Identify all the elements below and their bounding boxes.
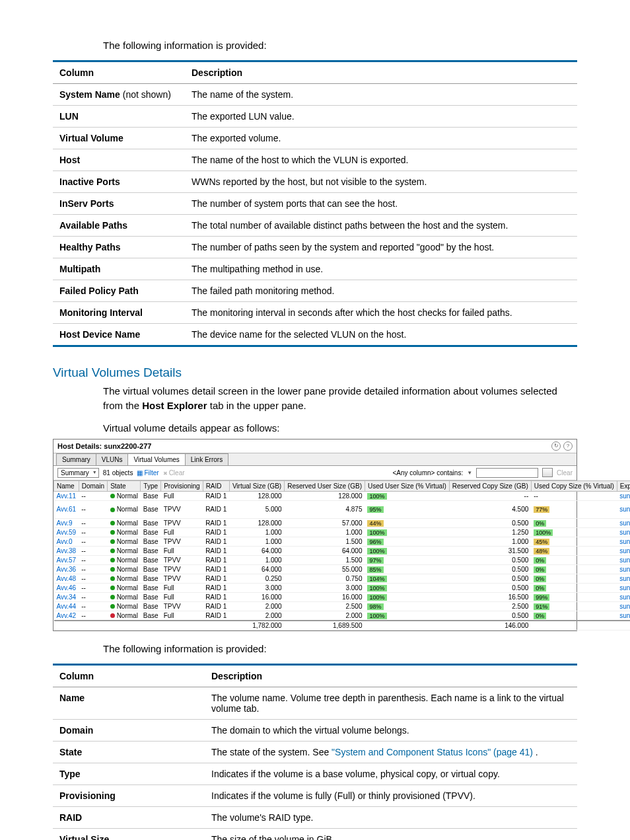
- totals-cell: [108, 621, 141, 630]
- status-dot-icon: [110, 586, 115, 590]
- exported-to-link[interactable]: sunx2200-277: [619, 506, 630, 513]
- exported-to-link[interactable]: sunx2200-277: [619, 492, 630, 500]
- grid-header[interactable]: Reserved User Size (GB): [285, 480, 365, 491]
- grid-row[interactable]: Avv.61--NormalBaseTPVVRAID 15.0004.87595…: [54, 500, 631, 518]
- volume-link[interactable]: Avv.0: [57, 538, 73, 545]
- grid-header[interactable]: Type: [141, 480, 161, 491]
- volume-link[interactable]: Avv.36: [57, 566, 77, 573]
- grid-header[interactable]: Used Copy Size (% Virtual): [531, 480, 617, 491]
- exported-to-link[interactable]: sunx2200-277: [619, 556, 630, 564]
- exported-to-link[interactable]: sunx2200-277: [619, 519, 630, 527]
- totals-cell: [161, 621, 203, 630]
- exported-to-link[interactable]: sunx2200-277: [619, 547, 630, 554]
- column-description: Indicates if the volume is a base volume…: [205, 763, 577, 784]
- column-description: WWNs reported by the host, but not visib…: [185, 171, 577, 193]
- tab-vluns[interactable]: VLUNs: [96, 453, 129, 465]
- totals-cell: [365, 621, 449, 630]
- volume-link[interactable]: Avv.11: [57, 492, 77, 500]
- grid-header[interactable]: Provisioning: [161, 480, 203, 491]
- volume-link[interactable]: Avv.34: [57, 593, 77, 601]
- clear-filter-button[interactable]: Clear: [163, 469, 185, 477]
- volume-link[interactable]: Avv.57: [57, 556, 77, 564]
- grid-header[interactable]: RAID: [203, 480, 229, 491]
- grid-row[interactable]: Avv.34--NormalBaseFullRAID 116.00016.000…: [54, 592, 631, 601]
- grid-row[interactable]: Avv.42--NormalBaseFullRAID 12.0002.00010…: [54, 611, 631, 621]
- grid-row[interactable]: Avv.46--NormalBaseFullRAID 13.0003.00010…: [54, 583, 631, 592]
- volume-link[interactable]: Avv.9: [57, 519, 73, 527]
- exported-to-link[interactable]: sunx2200-277: [619, 566, 630, 573]
- tab-summary[interactable]: Summary: [56, 453, 96, 465]
- grid-header[interactable]: Reserved Copy Size (GB): [449, 480, 531, 491]
- column-name: Virtual Volume: [59, 133, 123, 143]
- grid-row[interactable]: Avv.44--NormalBaseTPVVRAID 12.0002.50098…: [54, 601, 631, 611]
- panel-title: Host Details: sunx2200-277: [57, 442, 151, 450]
- grid-row[interactable]: Avv.38--NormalBaseFullRAID 164.00064.000…: [54, 546, 631, 555]
- clear-button-2[interactable]: Clear: [557, 469, 573, 477]
- cross-reference-link[interactable]: "System and Component Status Icons" (pag…: [332, 747, 533, 757]
- tab-link-errors[interactable]: Link Errors: [185, 453, 228, 465]
- filter-button[interactable]: Filter: [137, 469, 158, 477]
- grid-header[interactable]: State: [108, 480, 141, 491]
- column-description: The state of the system. See "System and…: [205, 741, 577, 763]
- grid-header[interactable]: Domain: [79, 480, 107, 491]
- column-description: The size of the volume in GiB.: [205, 828, 577, 840]
- column-description: The monitoring interval in seconds after…: [185, 302, 577, 324]
- volume-link[interactable]: Avv.42: [57, 612, 77, 619]
- column-name: Failed Policy Path: [59, 286, 139, 296]
- intro-text-2: The following information is provided:: [103, 643, 577, 654]
- column-name: Name: [59, 693, 85, 703]
- totals-cell: [531, 621, 617, 630]
- column-description-table-1: Column Description System Name (not show…: [53, 60, 577, 347]
- status-dot-icon: [110, 595, 115, 599]
- grid-row[interactable]: Avv.59--NormalBaseFullRAID 11.0001.00010…: [54, 527, 631, 537]
- status-dot-icon: [110, 494, 115, 498]
- volume-link[interactable]: Avv.44: [57, 603, 77, 610]
- grid-row[interactable]: Avv.9--NormalBaseTPVVRAID 1128.00057.000…: [54, 518, 631, 527]
- grid-header[interactable]: Virtual Size (GB): [229, 480, 284, 491]
- usage-bar: 98%: [367, 603, 383, 610]
- volume-link[interactable]: Avv.48: [57, 575, 77, 582]
- exported-to-link[interactable]: sunx2200-277: [619, 612, 630, 619]
- grid-row[interactable]: Avv.0--NormalBaseTPVVRAID 11.0001.50096%…: [54, 537, 631, 546]
- grid-row[interactable]: Avv.57--NormalBaseTPVVRAID 11.0001.50097…: [54, 555, 631, 564]
- refresh-icon[interactable]: ↻: [551, 441, 561, 451]
- grid-row[interactable]: Avv.36--NormalBaseTPVVRAID 164.00055.000…: [54, 564, 631, 574]
- view-dropdown[interactable]: Summary: [57, 468, 99, 478]
- copy-usage-bar: 0%: [534, 520, 546, 527]
- exported-to-link[interactable]: sunx2200-277: [619, 603, 630, 610]
- grid-header[interactable]: Name: [54, 480, 79, 491]
- tab-virtual-volumes[interactable]: Virtual Volumes: [127, 453, 185, 465]
- exported-to-link[interactable]: sunx2200-277: [619, 593, 630, 601]
- copy-usage-bar: 0%: [534, 557, 546, 564]
- column-description: The failed path monitoring method.: [185, 280, 577, 302]
- section-paragraph-1: The virtual volumes detail screen in the…: [103, 384, 577, 413]
- usage-bar: 100%: [367, 493, 386, 500]
- anycolumn-dropdown-icon[interactable]: ▼: [467, 470, 472, 476]
- usage-bar: 96%: [367, 539, 383, 545]
- screenshot-panel: Host Details: sunx2200-277 ↻ ? SummaryVL…: [53, 439, 577, 631]
- columns-icon[interactable]: [542, 468, 553, 477]
- grid-row[interactable]: Avv.11--NormalBaseFullRAID 1128.000128.0…: [54, 491, 631, 500]
- grid-row[interactable]: Avv.48--NormalBaseTPVVRAID 10.2500.75010…: [54, 574, 631, 583]
- table2-header-col: Column: [53, 664, 205, 687]
- filter-input[interactable]: [476, 468, 538, 478]
- help-icon[interactable]: ?: [563, 441, 573, 451]
- grid-header[interactable]: Used User Size (% Virtual): [365, 480, 449, 491]
- exported-to-link[interactable]: sunx2200-277: [619, 538, 630, 545]
- volume-link[interactable]: Avv.46: [57, 584, 77, 592]
- totals-cell: [203, 621, 229, 630]
- column-name: Virtual Size: [59, 834, 109, 841]
- grid-header[interactable]: Exported To: [617, 480, 630, 491]
- status-dot-icon: [110, 576, 115, 581]
- usage-bar: 100%: [367, 548, 386, 554]
- table1-header-col: Column: [53, 61, 185, 84]
- table2-header-desc: Description: [205, 664, 577, 687]
- volume-link[interactable]: Avv.61: [57, 506, 77, 513]
- usage-bar: 100%: [367, 613, 386, 619]
- exported-to-link[interactable]: sunx2200-277: [619, 584, 630, 592]
- volume-link[interactable]: Avv.38: [57, 547, 77, 554]
- exported-to-link[interactable]: sunx2200-277: [619, 529, 630, 536]
- exported-to-link[interactable]: sunx2200-277: [619, 575, 630, 582]
- volume-link[interactable]: Avv.59: [57, 529, 77, 536]
- usage-bar: 85%: [367, 566, 383, 573]
